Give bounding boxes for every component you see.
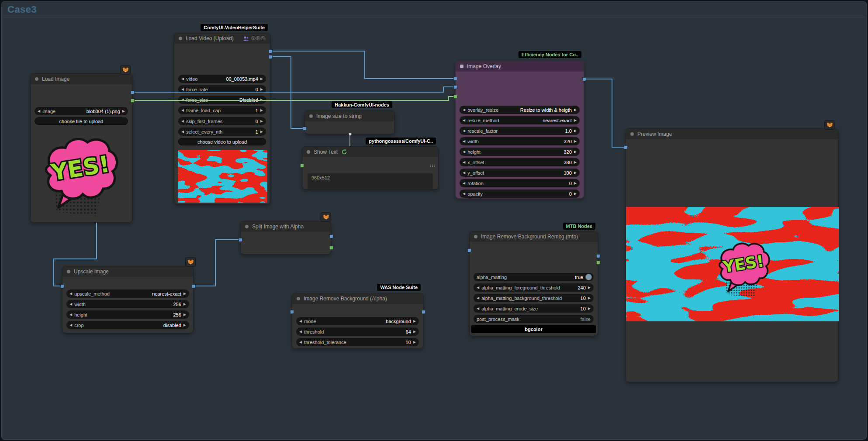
stepper-left-icon[interactable]: ◀ bbox=[463, 171, 465, 175]
widget-skip-first-frames[interactable]: ◀ skip_first_frames 0 ▶ bbox=[178, 117, 266, 125]
collapse-dot-icon[interactable] bbox=[460, 65, 463, 68]
collapse-dot-icon[interactable] bbox=[474, 235, 477, 238]
node-header[interactable]: Preview Image bbox=[626, 129, 838, 139]
widget-alpha-matting-background-threshold[interactable]: ◀ alpha_matting_background_threshold 10 … bbox=[474, 294, 594, 302]
stepper-left-icon[interactable]: ◀ bbox=[69, 324, 72, 327]
widget-crop[interactable]: ◀ crop disabled ▶ bbox=[66, 321, 189, 329]
collapse-dot-icon[interactable] bbox=[297, 297, 300, 300]
widget-height[interactable]: ◀ height 320 ▶ bbox=[460, 148, 580, 156]
stepper-right-icon[interactable]: ▶ bbox=[183, 313, 186, 317]
stepper-right-icon[interactable]: ▶ bbox=[260, 109, 263, 112]
stepper-left-icon[interactable]: ◀ bbox=[181, 109, 184, 112]
widget-video[interactable]: ◀ video 00_00053.mp4 ▶ bbox=[178, 75, 266, 83]
stepper-right-icon[interactable]: ▶ bbox=[574, 108, 577, 112]
collapse-dot-icon[interactable] bbox=[245, 225, 249, 228]
stepper-right-icon[interactable]: ▶ bbox=[574, 171, 577, 175]
node-upscale-image[interactable]: Upscale Image ◀ upscale_method nearest-e… bbox=[62, 266, 194, 333]
widget-force-rate[interactable]: ◀ force_rate 0 ▶ bbox=[178, 85, 266, 93]
stepper-left-icon[interactable]: ◀ bbox=[477, 307, 479, 310]
node-header[interactable]: Load Image bbox=[31, 74, 132, 84]
grid-handle-icon[interactable] bbox=[430, 164, 435, 169]
stepper-left-icon[interactable]: ◀ bbox=[181, 77, 184, 81]
widget-y-offset[interactable]: ◀ y_offset 100 ▶ bbox=[460, 169, 580, 177]
stepper-left-icon[interactable]: ◀ bbox=[181, 130, 184, 134]
stepper-right-icon[interactable]: ▶ bbox=[413, 320, 416, 323]
widget-opacity[interactable]: ◀ opacity 0 ▶ bbox=[460, 189, 580, 198]
stepper-left-icon[interactable]: ◀ bbox=[69, 303, 72, 306]
stepper-right-icon[interactable]: ▶ bbox=[574, 150, 577, 154]
widget-force-size[interactable]: ◀ force_size Disabled ▶ bbox=[178, 96, 266, 104]
stepper-left-icon[interactable]: ◀ bbox=[477, 286, 479, 289]
widget-rescale-factor[interactable]: ◀ rescale_factor 1.0 ▶ bbox=[460, 127, 580, 135]
stepper-right-icon[interactable]: ▶ bbox=[183, 324, 186, 327]
choose-file-button[interactable]: choose file to upload bbox=[35, 117, 128, 125]
stepper-right-icon[interactable]: ▶ bbox=[413, 330, 416, 334]
stepper-right-icon[interactable]: ▶ bbox=[260, 77, 263, 81]
node-header[interactable]: Image Remove Background (Alpha) bbox=[292, 293, 423, 304]
stepper-right-icon[interactable]: ▶ bbox=[260, 98, 263, 102]
stepper-left-icon[interactable]: ◀ bbox=[463, 140, 465, 143]
collapse-dot-icon[interactable] bbox=[67, 270, 70, 273]
stepper-left-icon[interactable]: ◀ bbox=[477, 296, 479, 300]
widget-alpha-matting-foreground-threshold[interactable]: ◀ alpha_matting_foreground_threshold 240… bbox=[474, 283, 594, 292]
stepper-left-icon[interactable]: ◀ bbox=[463, 129, 465, 133]
stepper-right-icon[interactable]: ▶ bbox=[574, 129, 577, 133]
stepper-right-icon[interactable]: ▶ bbox=[260, 130, 263, 134]
widget-frame-load-cap[interactable]: ◀ frame_load_cap 1 ▶ bbox=[178, 106, 266, 114]
widget-width[interactable]: ◀ width 320 ▶ bbox=[460, 137, 580, 145]
toggle-knob[interactable] bbox=[585, 274, 592, 280]
stepper-right-icon[interactable]: ▶ bbox=[122, 110, 125, 113]
widget-threshold[interactable]: ◀ threshold 64 ▶ bbox=[296, 327, 419, 336]
choose-video-button[interactable]: choose video to upload bbox=[178, 138, 266, 145]
node-preview-image[interactable]: Preview Image bbox=[626, 128, 838, 382]
bgcolor-button[interactable]: bgcolor bbox=[471, 325, 596, 333]
widget-image[interactable]: ◀ image blob004 (1).png ▶ bbox=[35, 107, 128, 115]
widget-select-every-nth[interactable]: ◀ select_every_nth 1 ▶ bbox=[178, 127, 266, 136]
widget-overlay-resize[interactable]: ◀ overlay_resize Resize to width & heigt… bbox=[460, 106, 580, 114]
widget-x-offset[interactable]: ◀ x_offset 380 ▶ bbox=[460, 158, 580, 166]
widget-mode[interactable]: ◀ mode background ▶ bbox=[296, 317, 419, 325]
stepper-left-icon[interactable]: ◀ bbox=[69, 313, 72, 317]
node-split-image-with-alpha[interactable]: Split Image with Alpha bbox=[240, 221, 331, 255]
stepper-right-icon[interactable]: ▶ bbox=[574, 192, 577, 196]
node-show-text[interactable]: Show Text 960x512 bbox=[302, 146, 439, 189]
node-header[interactable]: Split Image with Alpha bbox=[241, 221, 331, 232]
node-header[interactable]: Show Text bbox=[302, 147, 438, 157]
node-remove-bg-rembg[interactable]: Image Remove Background Rembg (mtb) alph… bbox=[469, 231, 598, 336]
widget-alpha-matting[interactable]: alpha_matting true bbox=[474, 273, 594, 281]
stepper-left-icon[interactable]: ◀ bbox=[463, 119, 465, 122]
node-header[interactable]: Load Video (Upload) ⓋⒽⓈ bbox=[174, 33, 270, 44]
stepper-right-icon[interactable]: ▶ bbox=[574, 182, 577, 185]
stepper-right-icon[interactable]: ▶ bbox=[260, 120, 263, 123]
widget-post-process-mask[interactable]: post_process_mask false bbox=[474, 315, 594, 323]
stepper-left-icon[interactable]: ◀ bbox=[463, 192, 465, 196]
widget-alpha-matting-erode-size[interactable]: ◀ alpha_matting_erode_size 10 ▶ bbox=[474, 304, 594, 313]
stepper-right-icon[interactable]: ▶ bbox=[260, 88, 263, 91]
node-load-video[interactable]: Load Video (Upload) ⓋⒽⓈ ◀ video 00_00053… bbox=[174, 33, 270, 204]
collapse-dot-icon[interactable] bbox=[309, 114, 313, 118]
stepper-left-icon[interactable]: ◀ bbox=[38, 110, 40, 113]
stepper-right-icon[interactable]: ▶ bbox=[574, 161, 577, 164]
node-header[interactable]: Image size to string bbox=[305, 111, 394, 121]
node-header[interactable]: Image Remove Background Rembg (mtb) bbox=[470, 231, 598, 242]
node-image-size-to-string[interactable]: Image size to string bbox=[304, 110, 395, 134]
stepper-right-icon[interactable]: ▶ bbox=[183, 303, 186, 306]
widget-resize-method[interactable]: ◀ resize_method nearest-exact ▶ bbox=[460, 116, 580, 124]
node-image-overlay[interactable]: Image Overlay ◀ overlay_resize Resize to… bbox=[455, 61, 584, 199]
widget-upscale-method[interactable]: ◀ upscale_method nearest-exact ▶ bbox=[66, 289, 189, 298]
widget-height[interactable]: ◀ height 256 ▶ bbox=[66, 310, 189, 319]
stepper-left-icon[interactable]: ◀ bbox=[69, 292, 72, 296]
stepper-left-icon[interactable]: ◀ bbox=[463, 150, 465, 154]
stepper-right-icon[interactable]: ▶ bbox=[574, 140, 577, 143]
node-header[interactable]: Upscale Image bbox=[62, 266, 193, 277]
stepper-left-icon[interactable]: ◀ bbox=[181, 88, 184, 91]
collapse-dot-icon[interactable] bbox=[307, 150, 310, 154]
node-header[interactable]: Image Overlay bbox=[456, 61, 584, 72]
stepper-left-icon[interactable]: ◀ bbox=[299, 341, 302, 344]
widget-width[interactable]: ◀ width 256 ▶ bbox=[66, 300, 189, 308]
stepper-right-icon[interactable]: ▶ bbox=[588, 307, 591, 310]
stepper-right-icon[interactable]: ▶ bbox=[183, 292, 186, 296]
stepper-left-icon[interactable]: ◀ bbox=[299, 320, 302, 323]
stepper-right-icon[interactable]: ▶ bbox=[574, 119, 577, 122]
stepper-left-icon[interactable]: ◀ bbox=[299, 330, 302, 334]
